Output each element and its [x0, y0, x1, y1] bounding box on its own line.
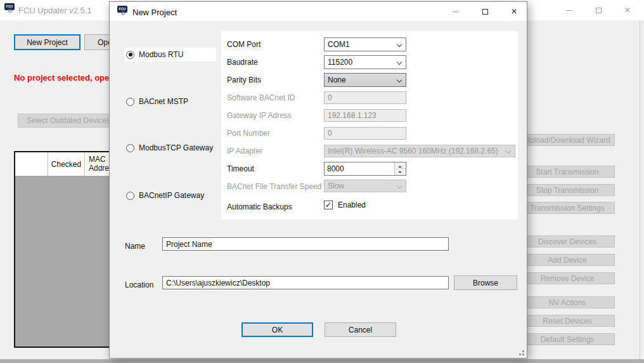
radio-label: Modbus RTU	[139, 50, 183, 59]
location-input[interactable]	[162, 276, 449, 289]
ip-adapter-select: Intel(R) Wireless-AC 9560 160MHz (192.16…	[324, 145, 515, 157]
parity-bits-select[interactable]: None	[324, 73, 406, 87]
main-close-button[interactable]: ✕	[614, 0, 641, 20]
remove-device-button[interactable]: Remove Device	[520, 272, 615, 284]
cancel-button[interactable]: Cancel	[325, 322, 396, 337]
baudrate-value: 115200	[328, 58, 352, 67]
radio-button-icon	[126, 98, 134, 106]
ip-adapter-value: Intel(R) Wireless-AC 9560 160MHz (192.16…	[328, 147, 498, 155]
upload-download-wizard-button[interactable]: Upload/Download Wizard	[520, 134, 615, 146]
transfer-speed-value: Slow	[328, 182, 344, 190]
automatic-backups-checkbox[interactable]: ✓	[324, 201, 333, 209]
radio-button-icon	[126, 192, 134, 200]
enabled-label: Enabled	[338, 201, 366, 210]
start-transmission-button[interactable]: Start Transmission	[520, 166, 615, 178]
add-device-button[interactable]: Add Device	[520, 254, 615, 266]
maximize-icon	[482, 9, 488, 15]
com-port-select[interactable]: COM1	[324, 37, 406, 51]
new-project-dialog: FCU ⚙ New Project ✕ Modbus RTU BACnet MS…	[109, 1, 527, 359]
radio-label: BACnetIP Gateway	[139, 191, 204, 200]
close-icon: ✕	[624, 6, 631, 14]
main-maximize-button[interactable]	[584, 0, 612, 20]
timeout-input[interactable]	[325, 162, 394, 175]
table-col-checked: Checked	[48, 152, 85, 176]
dialog-title: New Project	[132, 8, 177, 17]
radio-button-icon	[126, 144, 134, 152]
port-number-label: Port Number	[227, 127, 323, 140]
dialog-maximize-button[interactable]	[471, 1, 499, 22]
software-bacnet-id-field: 0	[324, 91, 406, 104]
default-settings-button[interactable]: Default Settings	[520, 333, 615, 345]
radio-modbustcp-gateway[interactable]: ModbusTCP Gateway	[124, 141, 213, 155]
dialog-gear-icon: ⚙	[120, 11, 126, 16]
minimize-icon	[566, 10, 572, 11]
software-bacnet-id-label: Software BACnet ID	[227, 91, 323, 104]
chevron-down-icon	[397, 60, 402, 65]
ok-button[interactable]: OK	[242, 322, 313, 337]
radio-label: ModbusTCP Gateway	[139, 143, 213, 152]
maximize-icon	[596, 8, 602, 13]
app-icon: FCU ⚙	[4, 3, 16, 15]
radio-modbus-rtu[interactable]: Modbus RTU	[124, 48, 216, 62]
gateway-ip-field: 192.168.1.123	[324, 109, 406, 122]
chevron-down-icon	[397, 77, 402, 82]
spin-down-button[interactable]	[395, 169, 406, 175]
radio-button-icon	[126, 51, 134, 59]
chevron-down-icon	[397, 42, 402, 47]
parity-bits-label: Parity Bits	[227, 74, 323, 86]
table-col-select	[15, 152, 48, 176]
spin-up-button[interactable]	[395, 162, 406, 169]
stop-transmission-button[interactable]: Stop Transmission	[520, 184, 615, 196]
reset-devices-button[interactable]: Reset Devices	[520, 315, 615, 327]
transfer-speed-select: Slow	[324, 180, 406, 192]
dialog-minimize-button[interactable]	[442, 1, 470, 22]
dialog-app-icon: FCU ⚙	[117, 6, 129, 17]
transfer-speed-label: BACnet File Transfer Speed	[227, 180, 323, 193]
com-port-label: COM Port	[227, 38, 323, 51]
window-right-border	[640, 20, 640, 359]
radio-bacnetip-gateway[interactable]: BACnetIP Gateway	[124, 188, 204, 202]
main-window-title: FCU Updater v2.5.1	[18, 6, 92, 15]
window-bottom-border	[0, 359, 644, 363]
spinner-buttons	[394, 162, 406, 175]
main-minimize-button[interactable]	[555, 0, 583, 20]
parity-bits-value: None	[328, 76, 346, 84]
baudrate-select[interactable]: 115200	[324, 55, 406, 69]
minimize-icon	[453, 11, 459, 12]
baudrate-label: Baudrate	[227, 56, 323, 69]
timeout-stepper	[324, 162, 406, 176]
name-input[interactable]	[162, 237, 449, 251]
radio-bacnet-mstp[interactable]: BACnet MSTP	[124, 95, 188, 109]
dialog-close-button[interactable]: ✕	[500, 1, 528, 22]
chevron-down-icon	[397, 183, 402, 188]
new-project-button[interactable]: New Project	[14, 34, 80, 50]
radio-label: BACnet MSTP	[139, 97, 188, 106]
dialog-titlebar[interactable]: FCU ⚙ New Project ✕	[110, 2, 527, 21]
chevron-down-icon	[506, 148, 511, 154]
check-icon: ✓	[325, 201, 332, 209]
gateway-ip-label: Gateway IP Adress	[227, 109, 323, 122]
select-outdated-devices-button[interactable]: Select Outdated Devices	[18, 114, 119, 128]
browse-button[interactable]: Browse	[454, 275, 517, 290]
close-icon: ✕	[511, 8, 517, 15]
nv-actions-button[interactable]: NV Actions	[520, 296, 615, 308]
screen: FCU ⚙ FCU Updater v2.5.1 ✕ New Project O…	[0, 0, 644, 363]
com-port-value: COM1	[328, 40, 350, 49]
resize-grip[interactable]	[522, 353, 524, 355]
automatic-backups-label: Automatic Backups	[227, 201, 323, 213]
no-project-warning: No project selected, open	[14, 73, 114, 82]
ip-adapter-label: IP Adapter	[227, 145, 323, 157]
discover-devices-button[interactable]: Discover Devices	[520, 235, 615, 248]
transmission-settings-button[interactable]: Transmission Settings	[520, 202, 615, 214]
timeout-label: Timeout	[227, 162, 323, 175]
port-number-field: 0	[324, 127, 406, 140]
gear-icon: ⚙	[8, 8, 13, 14]
